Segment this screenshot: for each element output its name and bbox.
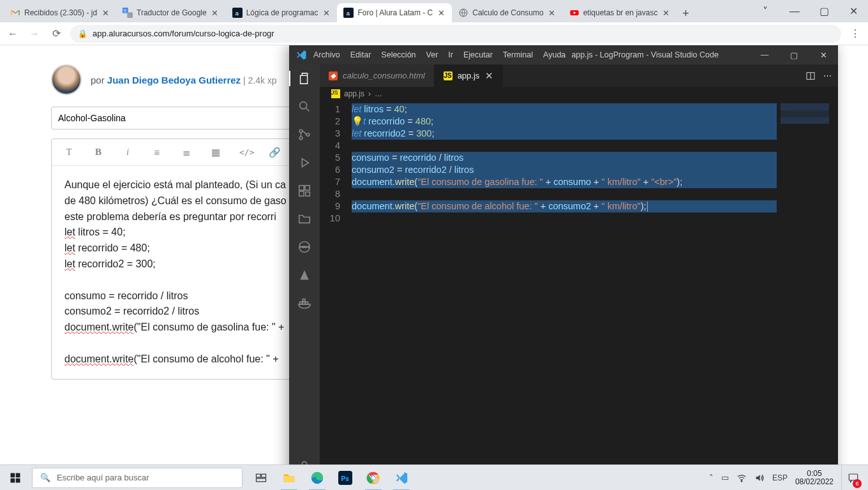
photoshop-app-icon[interactable]: Ps: [332, 465, 359, 491]
tray-battery-icon[interactable]: ▭: [721, 473, 729, 482]
editor-scrollbar[interactable]: [829, 101, 838, 464]
chrome-chevron[interactable]: ˅: [751, 0, 780, 22]
tb-link[interactable]: 🔗: [269, 147, 280, 158]
chrome-tab[interactable]: Calculo de Consumo✕: [452, 3, 562, 22]
chrome-maximize[interactable]: ▢: [809, 0, 839, 22]
tab-favicon: [458, 8, 468, 18]
vscode-menu-item[interactable]: Archivo: [313, 50, 340, 59]
chrome-app-icon[interactable]: [360, 465, 387, 491]
svg-point-9: [300, 102, 307, 109]
code-editor[interactable]: 12345678910 let litros = 40;💡t recorrido…: [320, 101, 838, 464]
vscode-menu-item[interactable]: Ayuda: [543, 50, 565, 59]
vscode-menu-item[interactable]: Ir: [448, 50, 453, 59]
chrome-minimize[interactable]: —: [780, 0, 809, 22]
action-center-icon[interactable]: 6: [841, 465, 864, 491]
vscode-close[interactable]: ✕: [809, 45, 838, 64]
tray-chevron-icon[interactable]: ˄: [709, 473, 714, 482]
vscode-menu-item[interactable]: Editar: [350, 50, 371, 59]
tb-code[interactable]: </>: [239, 147, 251, 157]
tb-ol[interactable]: ≡: [151, 147, 163, 158]
editor-tab[interactable]: ◆calculo_consumo.html: [320, 64, 435, 87]
task-view-icon[interactable]: [248, 465, 274, 491]
svg-point-12: [306, 133, 310, 137]
explorer-icon[interactable]: [297, 71, 312, 86]
tb-bold[interactable]: B: [93, 147, 104, 158]
svg-rect-13: [299, 186, 304, 190]
tab-close-icon[interactable]: ✕: [661, 8, 670, 17]
folder-icon[interactable]: [297, 211, 312, 226]
author-link[interactable]: Juan Diego Bedoya Gutierrez: [107, 75, 241, 85]
tb-table[interactable]: ▦: [210, 147, 221, 158]
chrome-menu-icon[interactable]: ⋮: [848, 26, 863, 41]
omnibox-url: app.aluracursos.com/forum/curso-logica-d…: [93, 29, 274, 38]
tray-clock[interactable]: 0:05 08/02/2022: [795, 470, 834, 486]
chrome-tab[interactable]: aForo | Alura Latam - C✕: [337, 3, 452, 22]
env-icon[interactable]: [297, 239, 312, 255]
chrome-tab[interactable]: Recibidos (2.305) - jd✕: [4, 3, 116, 22]
nav-reload[interactable]: ⟳: [49, 26, 64, 41]
tb-textstyle[interactable]: T: [63, 147, 75, 158]
tab-favicon: [10, 8, 20, 18]
vscode-max[interactable]: ▢: [779, 45, 809, 64]
scm-icon[interactable]: [297, 127, 312, 142]
tab-favicon: a: [343, 8, 354, 18]
tb-italic[interactable]: i: [122, 147, 133, 158]
start-button[interactable]: [0, 465, 31, 491]
breadcrumb-sep: ›: [368, 89, 371, 98]
vscode-menu-item[interactable]: Selección: [381, 50, 415, 59]
explorer-app-icon[interactable]: [276, 465, 303, 491]
svg-rect-28: [16, 478, 20, 482]
split-editor-icon[interactable]: [805, 71, 816, 81]
svg-text:a: a: [235, 10, 239, 17]
tab-close-icon[interactable]: ✕: [548, 8, 557, 17]
chrome-tab-strip: Recibidos (2.305) - jd✕文Traductor de Goo…: [0, 0, 868, 22]
nav-back[interactable]: ←: [5, 26, 20, 41]
search-placeholder: Escribe aquí para buscar: [57, 473, 149, 482]
editor-tab[interactable]: JSapp.js✕: [435, 64, 504, 87]
code-lines[interactable]: let litros = 40;💡t recorrido = 480;let r…: [348, 101, 838, 464]
chrome-new-tab[interactable]: +: [677, 4, 694, 22]
vscode-menu-item[interactable]: Ejecutar: [463, 50, 493, 59]
chrome-tab[interactable]: 文Traductor de Google✕: [116, 3, 226, 22]
vscode-min[interactable]: —: [750, 45, 779, 64]
debug-icon[interactable]: [297, 155, 312, 170]
edge-app-icon[interactable]: [304, 465, 331, 491]
account-icon[interactable]: [297, 459, 312, 464]
breadcrumb[interactable]: JS app.js › …: [320, 87, 838, 101]
svg-point-39: [741, 480, 742, 482]
vscode-menu-item[interactable]: Ver: [426, 50, 438, 59]
tray-volume-icon[interactable]: [754, 473, 765, 483]
tray-time: 0:05: [795, 470, 834, 478]
tb-ul[interactable]: ≣: [181, 147, 192, 158]
chrome-close[interactable]: ✕: [839, 0, 868, 22]
tab-close-icon[interactable]: ✕: [437, 8, 445, 17]
vscode-app-icon[interactable]: [388, 465, 415, 491]
svg-point-38: [373, 478, 379, 484]
tab-close-icon[interactable]: ✕: [322, 8, 331, 17]
svg-text:文: 文: [123, 8, 127, 13]
chrome-tab[interactable]: aLógica de programac✕: [226, 3, 338, 22]
tab-close-icon[interactable]: ✕: [101, 8, 110, 17]
tab-close-icon[interactable]: ✕: [211, 8, 220, 17]
docker-icon[interactable]: [297, 295, 312, 311]
azure-icon[interactable]: [297, 267, 312, 283]
search-icon[interactable]: [297, 99, 312, 114]
vscode-menu-item[interactable]: Terminal: [503, 50, 533, 59]
tab-title: Recibidos (2.305) - jd: [24, 8, 97, 17]
taskbar-search[interactable]: 🔍 Escribe aquí para buscar: [32, 468, 243, 488]
vscode-titlebar[interactable]: ArchivoEditarSelecciónVerIrEjecutarTermi…: [289, 45, 838, 64]
extensions-icon[interactable]: [297, 183, 312, 198]
lock-icon: 🔒: [78, 29, 87, 38]
activity-bar: [289, 64, 320, 464]
omnibox[interactable]: 🔒 app.aluracursos.com/forum/curso-logica…: [70, 25, 841, 43]
tray-wifi-icon[interactable]: [737, 473, 747, 483]
chrome-tab[interactable]: etiquetas br en javasc✕: [563, 3, 677, 22]
system-tray: ˄ ▭ ESP 0:05 08/02/2022 6: [709, 465, 868, 490]
more-actions-icon[interactable]: ⋯: [823, 71, 832, 80]
nav-forward[interactable]: →: [27, 26, 42, 41]
tray-lang[interactable]: ESP: [772, 473, 788, 482]
svg-rect-15: [299, 191, 304, 196]
svg-rect-1: [127, 12, 133, 18]
byline: por Juan Diego Bedoya Gutierrez | 2.4k x…: [91, 75, 277, 85]
tab-close-icon[interactable]: ✕: [484, 71, 493, 80]
